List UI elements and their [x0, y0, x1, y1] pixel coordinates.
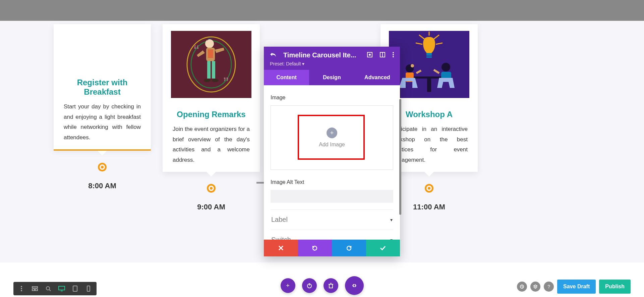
scrollbar[interactable] — [399, 99, 401, 215]
card-image: “ ” — [168, 29, 255, 100]
svg-point-33 — [21, 290, 22, 291]
svg-rect-5 — [208, 49, 213, 58]
svg-point-9 — [212, 79, 219, 82]
tab-advanced[interactable]: Advanced — [355, 70, 400, 85]
power-icon[interactable] — [302, 278, 317, 293]
accordion-switch[interactable]: Switch ▾ — [271, 230, 393, 240]
history-icon[interactable] — [517, 282, 527, 292]
timeline-marker — [98, 163, 107, 171]
svg-text:“: “ — [194, 42, 199, 60]
svg-point-31 — [21, 286, 22, 287]
expand-icon[interactable] — [367, 52, 372, 59]
card-pointer — [424, 172, 434, 177]
mobile-icon[interactable] — [82, 282, 95, 295]
redo-button[interactable] — [332, 240, 366, 256]
wireframe-icon[interactable] — [28, 282, 42, 295]
alt-text-label: Image Alt Text — [271, 179, 393, 185]
svg-rect-36 — [35, 289, 38, 291]
more-icon[interactable] — [393, 52, 394, 59]
svg-rect-14 — [426, 56, 432, 58]
svg-text:”: ” — [223, 74, 229, 92]
undo-icon[interactable] — [270, 52, 277, 59]
help-icon[interactable]: ? — [544, 282, 554, 292]
svg-point-28 — [393, 56, 394, 57]
svg-rect-6 — [207, 61, 211, 79]
publish-button[interactable]: Publish — [599, 280, 631, 294]
timeline-marker — [207, 184, 216, 193]
svg-rect-13 — [426, 53, 432, 56]
card-pointer — [207, 172, 216, 177]
highlight-border — [298, 115, 365, 160]
svg-point-32 — [21, 288, 22, 289]
svg-rect-45 — [329, 284, 333, 288]
undo-button[interactable] — [298, 240, 332, 256]
chevron-down-icon: ▾ — [390, 217, 393, 222]
card-title: Register with Breakfast — [60, 78, 144, 97]
add-button[interactable]: + — [281, 278, 295, 293]
header-bar — [0, 0, 644, 21]
modal-title: Timeline Carousel Ite... — [283, 51, 360, 59]
svg-point-20 — [442, 63, 450, 71]
svg-point-19 — [411, 64, 414, 67]
card-pointer — [98, 151, 107, 155]
close-button[interactable] — [264, 240, 298, 256]
canvas: Register with Breakfast Start your day b… — [0, 21, 644, 262]
tab-content[interactable]: Content — [264, 70, 309, 85]
expand-center-icon[interactable] — [345, 276, 364, 295]
settings-modal: Timeline Carousel Ite... Preset: Default… — [264, 47, 400, 256]
card-body: Start your day by checking in and enjoyi… — [54, 102, 151, 143]
timeline-card[interactable]: “ ” Opening Remarks Join the event organ… — [163, 24, 260, 172]
trash-icon[interactable] — [324, 278, 338, 293]
svg-rect-7 — [212, 61, 215, 79]
svg-rect-41 — [73, 286, 77, 291]
tab-design[interactable]: Design — [309, 70, 354, 85]
more-icon[interactable] — [15, 282, 28, 295]
svg-point-27 — [393, 54, 394, 55]
svg-rect-42 — [87, 286, 90, 291]
svg-point-3 — [205, 39, 214, 48]
svg-rect-35 — [32, 289, 35, 291]
preset-label[interactable]: Preset: Default ▾ — [270, 61, 394, 70]
svg-point-26 — [393, 52, 394, 53]
svg-point-8 — [204, 79, 211, 82]
svg-point-23 — [369, 54, 370, 55]
alt-text-input[interactable] — [271, 190, 393, 203]
chevron-down-icon: ▾ — [390, 237, 393, 240]
timeline-card[interactable]: Register with Breakfast Start your day b… — [54, 24, 151, 149]
zoom-icon[interactable] — [42, 282, 55, 295]
panel-icon[interactable] — [380, 52, 385, 59]
svg-rect-34 — [32, 287, 38, 288]
svg-point-37 — [46, 287, 50, 290]
add-image-box[interactable]: + Add Image — [271, 105, 393, 170]
view-toolbar — [13, 282, 97, 295]
time-label: 9:00 AM — [197, 203, 225, 211]
publish-toolbar: ? Save Draft Publish — [517, 280, 631, 294]
center-toolbar: + — [281, 276, 364, 295]
card-body: Join the event organizers for a brief ov… — [163, 124, 260, 165]
card-title: Opening Remarks — [177, 110, 245, 119]
tablet-icon[interactable] — [68, 282, 82, 295]
desktop-icon[interactable] — [55, 282, 68, 295]
timeline-marker — [425, 184, 433, 193]
time-label: 8:00 AM — [88, 182, 116, 190]
card-title: Workshop A — [406, 110, 453, 119]
time-label: 11:00 AM — [413, 203, 445, 211]
svg-line-38 — [49, 290, 51, 291]
confirm-button[interactable] — [366, 240, 400, 256]
accordion-label[interactable]: Label ▾ — [271, 209, 393, 230]
svg-rect-39 — [59, 286, 65, 290]
svg-rect-16 — [427, 79, 431, 92]
save-draft-button[interactable]: Save Draft — [557, 280, 596, 294]
image-section-label: Image — [271, 95, 393, 101]
layers-icon[interactable] — [530, 282, 540, 292]
